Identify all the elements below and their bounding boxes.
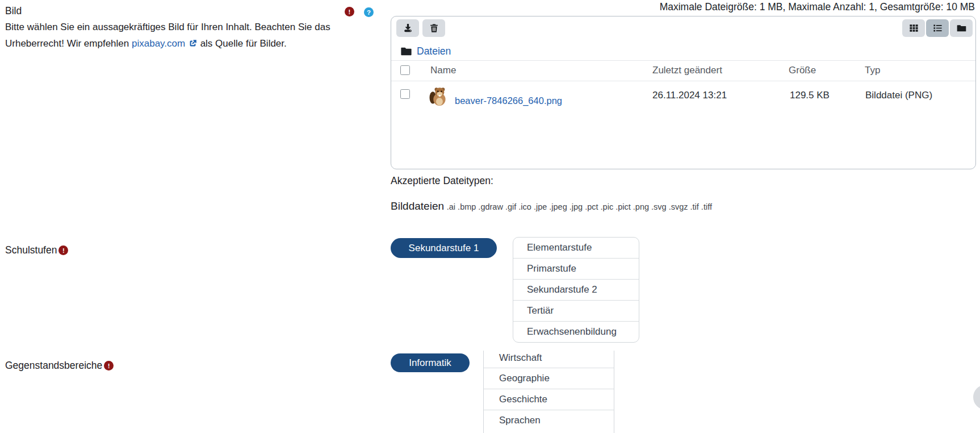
option-erwachsenenbildung[interactable]: Erwachsenenbildung (513, 321, 639, 342)
column-header-modified[interactable]: Zuletzt geändert (652, 65, 722, 76)
folder-view-icon (956, 23, 967, 34)
file-manager: Dateien Name Zuletzt geändert Größe Typ … (391, 16, 976, 169)
delete-files-button[interactable] (422, 19, 445, 37)
column-header-name[interactable]: Name (430, 65, 456, 76)
option-sprachen[interactable]: Sprachen (484, 410, 614, 431)
accepted-category[interactable]: Bilddateien (391, 200, 444, 212)
column-header-size[interactable]: Größe (789, 65, 816, 76)
option-elementarstufe[interactable]: Elementarstufe (513, 238, 639, 258)
accepted-extensions: .ai .bmp .gdraw .gif .ico .jpe .jpeg .jp… (447, 202, 712, 211)
external-link-icon (188, 39, 198, 48)
required-icon: ! (104, 361, 114, 370)
selected-chip-informatik[interactable]: Informatik (391, 353, 470, 372)
upload-form-page: Bild ! ? Bitte wählen Sie ein aussagekrä… (0, 0, 980, 433)
view-grid-button[interactable] (902, 19, 925, 37)
option-primarstufe[interactable]: Primarstufe (513, 258, 639, 279)
schulstufen-options-list: Elementarstufe Primarstufe Sekundarstufe… (513, 237, 639, 343)
file-thumbnail-beaver[interactable] (429, 85, 447, 107)
view-tree-button[interactable] (950, 19, 973, 37)
required-icon: ! (345, 7, 354, 16)
gegenstandsbereiche-label: Gegenstandsbereiche (5, 360, 102, 372)
accepted-types-list: Bilddateien .ai .bmp .gdraw .gif .ico .j… (391, 200, 712, 213)
breadcrumb-dateien[interactable]: Dateien (417, 45, 451, 57)
bild-description-text-end: als Quelle für Bilder. (198, 38, 287, 49)
option-wirtschaft[interactable]: Wirtschaft (484, 351, 614, 368)
column-header-type[interactable]: Typ (865, 65, 880, 76)
grid-view-icon (908, 23, 919, 34)
file-type: Bilddatei (PNG) (865, 90, 932, 101)
gegenstandsbereiche-options-list: Wirtschaft Geographie Geschichte Sprache… (483, 351, 614, 433)
bild-field-label: Bild (5, 5, 22, 17)
schulstufen-field: Schulstufen! (5, 244, 68, 256)
upload-limits-text: Maximale Dateigröße: 1 MB, Maximale Anza… (660, 1, 975, 13)
view-list-button[interactable] (926, 19, 949, 37)
schulstufen-label: Schulstufen (5, 244, 57, 256)
select-all-checkbox[interactable] (400, 65, 410, 75)
list-view-icon (932, 23, 943, 34)
option-geschichte[interactable]: Geschichte (484, 389, 614, 410)
file-size: 129.5 KB (790, 90, 830, 101)
option-geographie[interactable]: Geographie (484, 368, 614, 389)
download-files-button[interactable] (396, 19, 419, 37)
file-name-link[interactable]: beaver-7846266_640.png (455, 95, 562, 106)
accepted-types-label: Akzeptierte Dateitypen: (391, 175, 493, 187)
file-row-checkbox[interactable] (400, 89, 410, 99)
option-tertiaer[interactable]: Tertiär (513, 300, 639, 321)
option-sekundarstufe2[interactable]: Sekundarstufe 2 (513, 279, 639, 300)
download-icon (403, 23, 413, 34)
selected-chip-sekundarstufe1[interactable]: Sekundarstufe 1 (391, 238, 497, 258)
folder-icon (401, 47, 412, 56)
required-icon: ! (58, 245, 68, 255)
file-modified: 26.11.2024 13:21 (652, 90, 727, 101)
help-icon[interactable]: ? (364, 7, 374, 17)
bild-description: Bitte wählen Sie ein aussagekräftiges Bi… (5, 19, 373, 52)
trash-icon (429, 23, 439, 34)
pixabay-link[interactable]: pixabay.com (132, 38, 185, 49)
gegenstandsbereiche-field: Gegenstandsbereiche! (5, 360, 114, 372)
scroll-top-button-partial[interactable] (973, 385, 980, 410)
